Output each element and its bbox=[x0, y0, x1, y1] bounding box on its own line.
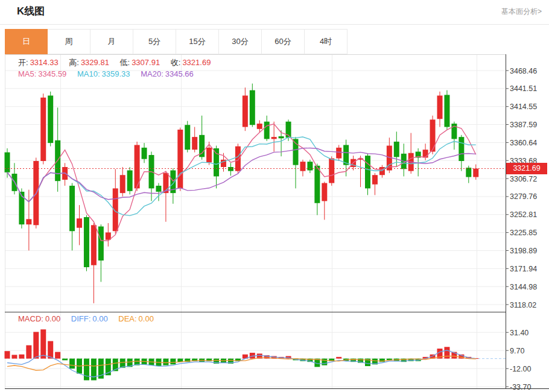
price-tick-label: 3252.81 bbox=[510, 210, 537, 219]
candle-body bbox=[120, 175, 125, 193]
candle-body bbox=[48, 95, 53, 143]
candle-body bbox=[84, 217, 89, 267]
candle-body bbox=[444, 95, 449, 127]
candle-body bbox=[466, 168, 471, 177]
price-tick-label: 3171.94 bbox=[510, 265, 537, 273]
candle-body bbox=[91, 225, 97, 265]
candle-body bbox=[40, 98, 46, 161]
macd-bar bbox=[19, 355, 24, 359]
kline-page: K线图 基本面分析> 日 周 月 5分 15分 30分 60分 4时 3468.… bbox=[0, 0, 549, 392]
macd-tick-label: 9.70 bbox=[510, 347, 524, 355]
candle-body bbox=[243, 95, 248, 127]
tab-day[interactable]: 日 bbox=[5, 29, 48, 54]
candle-body bbox=[300, 162, 305, 171]
candle-body bbox=[473, 169, 478, 177]
macd-bar bbox=[26, 345, 31, 358]
price-tick-label: 3198.89 bbox=[510, 247, 537, 255]
candle-body bbox=[329, 159, 334, 183]
price-tick-label: 3414.55 bbox=[510, 103, 537, 111]
price-tick-label: 3118.02 bbox=[510, 301, 536, 309]
candle-body bbox=[336, 148, 341, 159]
macd-bar bbox=[62, 359, 68, 361]
macd-bar bbox=[11, 355, 17, 358]
candle-body bbox=[192, 137, 197, 150]
candle-body bbox=[69, 186, 75, 231]
candle-body bbox=[19, 192, 24, 224]
candle-body bbox=[228, 167, 233, 171]
tab-week[interactable]: 周 bbox=[48, 29, 90, 54]
macd-bar bbox=[322, 359, 327, 365]
candle-body bbox=[156, 186, 161, 192]
macd-bar bbox=[336, 357, 341, 359]
macd-bar bbox=[163, 359, 168, 365]
candle-body bbox=[394, 142, 399, 157]
price-tick-label: 3306.72 bbox=[510, 175, 537, 183]
candle-body bbox=[235, 147, 241, 171]
candle-body bbox=[206, 148, 212, 162]
candle-body bbox=[322, 183, 327, 201]
macd-bar bbox=[5, 351, 10, 358]
price-tick-label: 3441.51 bbox=[510, 84, 537, 93]
price-tick-label: 3144.98 bbox=[510, 283, 537, 291]
price-tick-label: 3468.46 bbox=[510, 67, 537, 75]
macd-bar bbox=[84, 359, 89, 381]
chart-canvas[interactable]: 3468.463441.513414.553387.593360.643333.… bbox=[0, 54, 549, 392]
candle-body bbox=[430, 119, 436, 151]
candle-body bbox=[214, 148, 219, 177]
macd-bar bbox=[69, 359, 75, 369]
last-price-badge: 3321.69 bbox=[506, 163, 547, 174]
candle-body bbox=[98, 226, 104, 260]
candle-body bbox=[372, 175, 378, 185]
tab-5min[interactable]: 5分 bbox=[133, 29, 176, 54]
tab-15min[interactable]: 15分 bbox=[176, 29, 219, 54]
price-tick-label: 3387.59 bbox=[510, 121, 537, 129]
candle-body bbox=[314, 166, 320, 203]
candle-body bbox=[379, 167, 385, 175]
candle-body bbox=[5, 153, 10, 172]
candle-body bbox=[257, 124, 262, 129]
ma10-line bbox=[7, 137, 476, 216]
macd-bar bbox=[48, 341, 53, 359]
macd-bar bbox=[55, 352, 60, 359]
page-title: K线图 bbox=[17, 4, 45, 18]
fundamental-analysis-link[interactable]: 基本面分析> bbox=[501, 7, 542, 17]
price-tick-label: 3225.85 bbox=[510, 229, 537, 237]
macd-tick-label: 31.40 bbox=[510, 329, 528, 337]
candle-body bbox=[250, 90, 255, 125]
candle-body bbox=[177, 130, 183, 188]
tab-4hour[interactable]: 4时 bbox=[305, 29, 347, 54]
candle-body bbox=[437, 95, 443, 119]
tab-month[interactable]: 月 bbox=[90, 29, 133, 54]
macd-bar bbox=[40, 329, 46, 358]
candle-body bbox=[142, 148, 147, 159]
candle-body bbox=[127, 170, 133, 191]
candle-body bbox=[264, 122, 270, 139]
header: K线图 基本面分析> bbox=[0, 0, 549, 25]
macd-tick-label: -33.70 bbox=[510, 383, 531, 391]
candle-body bbox=[279, 136, 284, 138]
macd-bar bbox=[33, 332, 39, 358]
tab-60min[interactable]: 60分 bbox=[262, 29, 305, 54]
price-tick-label: 3360.64 bbox=[510, 139, 537, 147]
candle-body bbox=[113, 188, 118, 231]
candle-body bbox=[423, 150, 428, 157]
price-tick-label: 3279.76 bbox=[510, 192, 537, 201]
candle-body bbox=[459, 137, 464, 161]
tab-30min[interactable]: 30分 bbox=[219, 29, 262, 54]
candle-body bbox=[365, 156, 370, 188]
period-tabbar: 日 周 月 5分 15分 30分 60分 4时 bbox=[5, 29, 549, 54]
macd-tick-label: -12.00 bbox=[510, 365, 531, 373]
candle-body bbox=[77, 218, 82, 228]
candle-body bbox=[26, 219, 31, 224]
kline-chart[interactable]: 3468.463441.513414.553387.593360.643333.… bbox=[0, 54, 549, 392]
candle-body bbox=[185, 125, 190, 150]
candle-body bbox=[271, 137, 277, 139]
macd-bar bbox=[444, 347, 449, 358]
candle-body bbox=[307, 162, 313, 170]
macd-bar bbox=[170, 359, 176, 365]
